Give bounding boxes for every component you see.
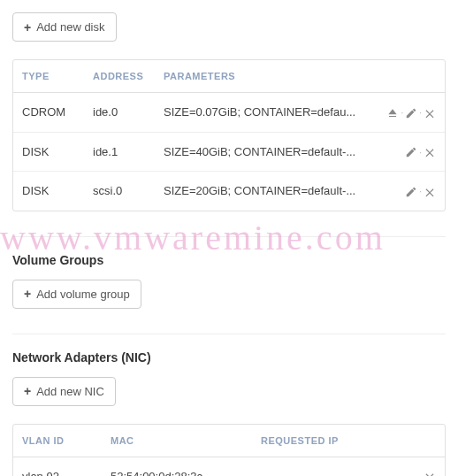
disks-header-row: TYPE ADDRESS PARAMETERS (13, 60, 445, 93)
delete-icon[interactable] (424, 107, 436, 119)
table-row: vlan.9252:54:00:0d:28:3c (13, 457, 445, 476)
edit-icon[interactable] (405, 186, 417, 198)
nic-actions (409, 457, 445, 476)
column-vlan-id: VLAN ID (13, 425, 102, 457)
nic-header-row: VLAN ID MAC REQUESTED IP (13, 425, 445, 457)
table-row: DISKscsi.0SIZE=20GiB; CONTAINER=default-… (13, 172, 445, 211)
plus-icon: + (24, 385, 31, 397)
add-new-disk-label: Add new disk (36, 20, 104, 34)
table-row: DISKide.1SIZE=40GiB; CONTAINER=default-.… (13, 133, 445, 173)
table-row: CDROMide.0SIZE=0.07GiB; CONTAINER=defau.… (13, 93, 445, 133)
eject-icon[interactable] (386, 107, 399, 119)
edit-icon[interactable] (405, 107, 417, 119)
column-actions (409, 425, 445, 457)
divider (12, 236, 446, 237)
add-new-nic-label: Add new NIC (36, 385, 104, 398)
column-address: ADDRESS (84, 60, 155, 93)
add-volume-group-label: Add volume group (36, 288, 130, 301)
disk-address: ide.1 (84, 133, 155, 173)
disk-type: DISK (13, 133, 84, 173)
nic-title: Network Adapters (NIC) (12, 350, 446, 365)
add-new-nic-button[interactable]: + Add new NIC (12, 377, 116, 406)
volume-groups-title: Volume Groups (12, 253, 446, 267)
disks-table: TYPE ADDRESS PARAMETERS CDROMide.0SIZE=0… (12, 59, 446, 211)
disk-actions: ·· (365, 93, 445, 133)
column-actions (365, 60, 445, 93)
plus-icon: + (24, 288, 31, 300)
divider (12, 334, 446, 334)
add-volume-group-button[interactable]: + Add volume group (12, 280, 141, 309)
nic-table: VLAN ID MAC REQUESTED IP vlan.9252:54:00… (12, 424, 446, 476)
separator: · (401, 108, 403, 118)
disk-parameters: SIZE=0.07GiB; CONTAINER=defau... (155, 93, 365, 133)
separator: · (419, 187, 422, 196)
edit-icon[interactable] (405, 146, 417, 158)
nic-vlan: vlan.92 (13, 457, 102, 476)
column-type: TYPE (13, 60, 84, 93)
disk-actions: · (365, 133, 445, 173)
separator: · (419, 148, 422, 157)
disk-address: ide.0 (84, 93, 155, 133)
column-requested-ip: REQUESTED IP (252, 425, 409, 457)
delete-icon[interactable] (424, 186, 436, 198)
column-mac: MAC (102, 425, 252, 457)
disk-parameters: SIZE=20GiB; CONTAINER=default-... (155, 172, 365, 211)
disk-type: CDROM (13, 93, 84, 133)
add-new-disk-button[interactable]: + Add new disk (12, 12, 117, 42)
disk-actions: · (365, 172, 445, 211)
disk-type: DISK (13, 172, 84, 211)
nic-ip (252, 457, 409, 476)
nic-mac: 52:54:00:0d:28:3c (102, 457, 252, 476)
plus-icon: + (24, 21, 31, 34)
delete-icon[interactable] (424, 471, 436, 476)
delete-icon[interactable] (424, 146, 436, 158)
separator: · (419, 108, 422, 118)
disk-parameters: SIZE=40GiB; CONTAINER=default-... (155, 133, 365, 173)
disk-address: scsi.0 (84, 172, 155, 211)
column-parameters: PARAMETERS (155, 60, 365, 93)
